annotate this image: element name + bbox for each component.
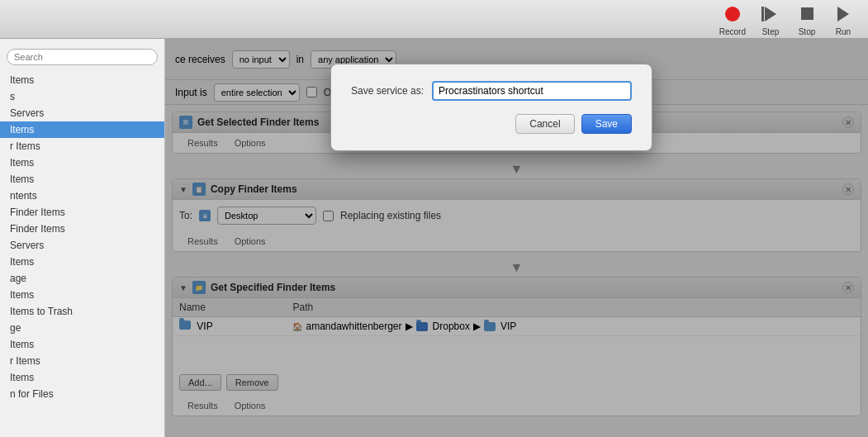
modal-input-row: Save service as: xyxy=(351,81,632,101)
sidebar-item-13[interactable]: Items xyxy=(0,287,164,303)
stop-icon xyxy=(795,2,818,26)
run-icon xyxy=(832,2,855,26)
service-name-input[interactable] xyxy=(432,81,632,101)
step-button[interactable]: Step xyxy=(759,2,782,36)
cancel-button[interactable]: Cancel xyxy=(515,114,574,134)
sidebar-item-17[interactable]: r Items xyxy=(0,353,164,369)
sidebar-item-14[interactable]: Items to Trash xyxy=(0,303,164,320)
stop-button[interactable]: Stop xyxy=(795,2,818,36)
sidebar-item-0[interactable]: Items xyxy=(0,72,164,88)
sidebar-item-12[interactable]: age xyxy=(0,270,164,287)
main-area: Items s Servers Items r Items Items Item… xyxy=(0,39,868,437)
sidebar-item-15[interactable]: ge xyxy=(0,320,164,336)
record-label: Record xyxy=(719,27,746,36)
sidebar-item-18[interactable]: Items xyxy=(0,369,164,386)
stop-label: Stop xyxy=(799,27,816,36)
step-label: Step xyxy=(762,27,780,36)
search-input[interactable] xyxy=(7,49,158,65)
sidebar-item-8[interactable]: Finder Items xyxy=(0,204,164,221)
sidebar-item-11[interactable]: Items xyxy=(0,254,164,270)
save-button[interactable]: Save xyxy=(581,114,632,134)
sidebar: Items s Servers Items r Items Items Item… xyxy=(0,39,165,437)
modal-label: Save service as: xyxy=(351,85,424,97)
modal-overlay: Save service as: Cancel Save xyxy=(165,39,868,437)
sidebar-item-4[interactable]: r Items xyxy=(0,138,164,154)
sidebar-item-1[interactable]: s xyxy=(0,88,164,105)
sidebar-item-7[interactable]: ntents xyxy=(0,188,164,204)
sidebar-item-5[interactable]: Items xyxy=(0,154,164,171)
content-pane: ce receives no input in any application … xyxy=(165,39,868,437)
record-button[interactable]: Record xyxy=(719,2,746,36)
modal-buttons: Cancel Save xyxy=(351,114,632,134)
sidebar-item-16[interactable]: Items xyxy=(0,336,164,353)
sidebar-item-10[interactable]: Servers xyxy=(0,237,164,254)
sidebar-item-9[interactable]: Finder Items xyxy=(0,221,164,237)
run-button[interactable]: Run xyxy=(832,2,855,36)
step-icon xyxy=(759,2,782,26)
search-bar xyxy=(0,45,164,69)
sidebar-item-servers[interactable]: Servers xyxy=(0,105,164,121)
sidebar-item-19[interactable]: n for Files xyxy=(0,386,164,402)
toolbar: Record Step Stop Run xyxy=(0,0,868,39)
record-icon xyxy=(721,2,744,26)
sidebar-item-selected[interactable]: Items xyxy=(0,121,164,138)
save-dialog: Save service as: Cancel Save xyxy=(330,64,652,151)
sidebar-item-6[interactable]: Items xyxy=(0,171,164,188)
run-label: Run xyxy=(836,27,851,36)
